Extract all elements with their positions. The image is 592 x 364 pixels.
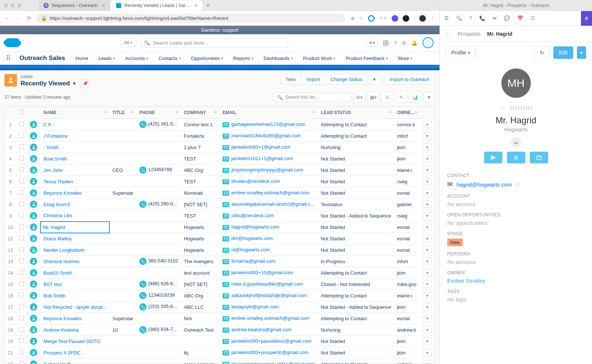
lead-name-link[interactable]: Merge Test Paused OOTO [43,339,100,344]
lead-email-link[interactable]: jamiekim093+10@gmail.com [231,270,293,275]
tasks-icon[interactable]: ☷ [530,15,535,21]
col-name[interactable]: NAME [43,110,56,115]
table-row[interactable]: 3- Smith2 plus 7jamiekim093+1@gmail.comN… [5,142,435,153]
row-checkbox[interactable] [19,190,24,195]
lead-name-link[interactable]: Boat Smith [43,156,67,162]
import-to-outreach-button[interactable]: Import to Outreach [384,74,435,85]
bolt-icon[interactable]: ⚡ [581,11,592,26]
import-button[interactable]: Import [301,74,325,85]
back-icon[interactable]: ← [446,31,451,37]
row-checkbox[interactable] [19,213,24,218]
reload-icon[interactable]: ⟳ [27,15,31,22]
row-actions-caret[interactable]: ▼ [423,166,432,174]
refresh-icon[interactable]: ↻ [381,92,393,103]
lead-phone[interactable] [136,153,181,165]
nav-product-feedback[interactable]: Product Feedback▾ [341,52,392,65]
row-actions-caret[interactable]: ▼ [423,258,432,265]
row-actions-caret[interactable]: ▼ [423,201,432,208]
lead-name-link[interactable]: Christina Libs [43,213,73,218]
col-company[interactable]: COMPANY [184,110,206,115]
table-row[interactable]: 16Bob Smith1234019238ABC Orgadkashkjhsfd… [5,290,435,301]
lead-phone[interactable] [136,210,181,222]
lead-email-link[interactable]: jamiekim093+prospectc@gmail.com [231,350,308,355]
lead-email-link[interactable]: hagrid@hogwarts.com [231,224,279,230]
global-search-input[interactable]: 🔍 Search Leads and more... [141,38,288,47]
ext-icon-1[interactable] [368,15,375,22]
lead-phone[interactable] [136,222,181,233]
row-actions-caret[interactable]: ▼ [423,178,432,185]
lead-email-link[interactable]: mike.d.goodwiasdfan@gmail.com [231,281,303,287]
lead-name-link[interactable]: Neville Longbottom [43,247,84,253]
owner-value[interactable]: Emilee Smalley [447,278,585,284]
row-actions-caret[interactable]: ▼ [423,189,432,197]
lead-phone[interactable] [136,267,181,279]
lead-name-link[interactable]: Boat10 Smith [43,270,72,276]
table-row[interactable]: 6Tessa ThulienTESTtthulien@zendesk.comNo… [5,176,435,187]
select-all-checkbox[interactable] [19,110,24,114]
row-checkbox[interactable] [19,144,24,149]
back-icon[interactable]: ← [4,15,10,22]
filter-icon[interactable]: ▼ [423,92,435,103]
help-icon[interactable]: ? [469,15,472,21]
lead-phone[interactable]: (425) 280-0... [136,199,181,210]
table-row[interactable]: 19Andrew Kealoha10(360) 834-7...Outreach… [5,324,435,336]
lead-phone[interactable] [136,142,181,153]
lead-name-link[interactable]: Beyonce Knowles [43,190,81,196]
pin-icon[interactable]: 📌 [81,79,90,88]
table-row[interactable]: 12Neville LongbottomHogwartsnl@hogwarts.… [5,244,435,256]
lead-name-link[interactable]: Sherlock Holmes [43,259,80,264]
lead-name-link[interactable]: Draco Malfoy [43,236,72,241]
col-phone[interactable]: PHONE [139,110,155,115]
kebab-icon[interactable]: ⋮ [430,15,435,21]
star-icon[interactable]: ☆ [359,15,364,21]
row-checkbox[interactable] [19,156,24,160]
address-bar[interactable]: 🔒 https://outreach--support.lightning.fo… [36,14,346,23]
lead-name-link[interactable]: C K [43,122,52,127]
table-row[interactable]: 15BST test(998) 826-6...[NOT SET]mike.d.… [5,279,435,290]
list-view-name[interactable]: Recently Viewed ▼ 📌 [21,79,90,88]
new-button[interactable]: New [281,74,301,85]
chart-icon[interactable]: 📊 [409,92,421,103]
menu-icon[interactable]: ☰ [444,15,449,21]
col-email[interactable]: EMAIL [223,110,236,115]
phone-icon[interactable]: 📞 [479,15,485,21]
ext-icon-2[interactable]: ✕✕ [379,15,387,21]
notifications-icon[interactable]: 🔔 [411,40,417,46]
lead-name-link[interactable]: Tessa Thulien [43,179,73,184]
nav-product-work[interactable]: Product Work▾ [299,52,340,65]
nav-contacts[interactable]: Contacts▾ [154,52,185,65]
refresh-button[interactable]: ↻ [534,46,550,59]
lead-phone[interactable] [136,130,181,142]
app-launcher-icon[interactable]: ⠿ [3,54,14,62]
lead-name-link[interactable]: Prospect A SFDC [43,350,81,356]
lead-email-link[interactable]: alsonotegabesemail+sfdc1@gmail.com [231,361,315,364]
lead-name-link[interactable]: Mr. Hagrid [43,225,65,230]
row-actions-caret[interactable]: ▼ [423,212,432,219]
setup-gear-icon[interactable]: ⚙ [402,40,406,46]
lead-email-link[interactable]: nl@hogwarts.com [231,247,270,252]
nav-more[interactable]: More▾ [394,52,417,65]
table-row[interactable]: 10Mr. HagridHogwartshagrid@hogwarts.comN… [5,222,435,233]
lead-phone[interactable]: 123456789 [136,165,181,176]
row-checkbox[interactable] [19,304,24,309]
list-settings-gear-icon[interactable]: ⚙▾ [353,92,365,103]
row-actions-caret[interactable]: ▼ [423,303,432,311]
col-status[interactable]: LEAD STATUS [321,110,351,115]
lead-name-link[interactable]: BST test [43,282,62,287]
quick-send-icon[interactable] [484,152,502,163]
lead-email-link[interactable]: jamiekim1011+1@gmail.com [231,156,293,161]
lead-email-link[interactable]: garbageworkemail123@gmail.com [231,121,305,127]
edit-caret[interactable]: ▾ [577,46,586,59]
lead-phone[interactable] [136,313,181,324]
lead-phone[interactable] [136,233,181,244]
salesforce-logo[interactable] [6,38,19,47]
nav-home[interactable]: Home [71,52,93,65]
table-row[interactable]: 17Not Recycled - apryle donat...(253) 33… [5,301,435,313]
row-actions-caret[interactable]: ▼ [423,235,432,242]
quick-calendar-icon[interactable] [530,152,548,163]
lead-email-link[interactable]: dm@hogwarts.com [231,236,273,241]
new-tab-icon[interactable]: + [206,2,210,10]
row-checkbox[interactable] [19,121,24,126]
row-checkbox[interactable] [19,167,24,172]
list-search-input[interactable]: 🔍 Search this list... [274,93,351,102]
